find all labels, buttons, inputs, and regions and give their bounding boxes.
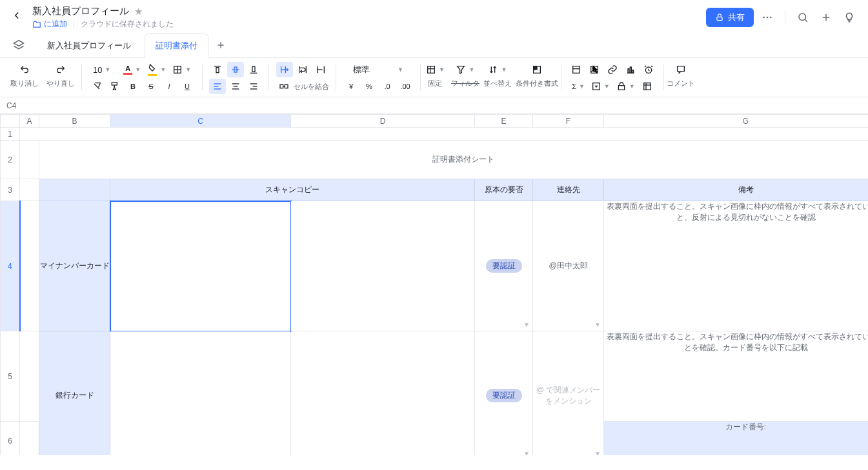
col-header-A[interactable]: A — [20, 115, 39, 128]
add-to-button[interactable]: に追加 — [32, 19, 67, 30]
plus-icon[interactable] — [816, 8, 836, 27]
freeze-button[interactable]: ▼ — [423, 62, 447, 77]
back-button[interactable] — [9, 8, 25, 23]
sort-button[interactable]: ▼ — [485, 62, 509, 77]
contact-cell-bank[interactable]: @ で関連メンバーをメンション ▼ — [533, 331, 604, 456]
wrap-overflow-button[interactable] — [276, 62, 293, 77]
valign-bottom-button[interactable] — [245, 62, 262, 77]
row-header-6[interactable]: 6 — [1, 422, 20, 456]
pivot-button[interactable] — [639, 79, 656, 94]
percent-button[interactable]: % — [361, 79, 378, 94]
merge-button[interactable] — [276, 79, 292, 94]
cell[interactable] — [20, 179, 39, 201]
doc-title[interactable]: 新入社員プロフィール — [32, 5, 129, 17]
data-validation-button[interactable]: ▼ — [614, 79, 638, 94]
row-header-5[interactable]: 5 — [1, 331, 20, 422]
format-painter-button[interactable] — [106, 79, 123, 94]
cell[interactable] — [20, 331, 39, 422]
valign-middle-button[interactable] — [227, 62, 244, 77]
more-icon[interactable] — [758, 8, 777, 27]
row-header-4[interactable]: 4 — [1, 201, 20, 331]
col-header-C[interactable]: C — [110, 115, 291, 128]
font-size-select[interactable]: 10▼ — [90, 62, 113, 77]
header-original[interactable]: 原本の要否 — [475, 179, 533, 201]
insert-dropdown-button[interactable]: ▼ — [589, 79, 612, 94]
insert-checkbox-button[interactable] — [568, 62, 585, 77]
scan-cell-bank[interactable] — [110, 331, 291, 456]
col-header-F[interactable]: F — [533, 115, 604, 128]
comment-button[interactable] — [672, 62, 689, 77]
contact-cell-mynumber[interactable]: @田中太郎 ▼ — [533, 201, 604, 331]
row-label-bank[interactable]: 銀行カード — [39, 331, 110, 456]
filter-button[interactable]: ▼ — [453, 62, 477, 77]
name-box[interactable]: C4 — [6, 101, 16, 110]
tab-profile[interactable]: 新入社員プロフィール — [36, 34, 142, 58]
col-header-G[interactable]: G — [604, 115, 869, 128]
valign-top-button[interactable] — [209, 62, 226, 77]
redo-button[interactable] — [52, 62, 69, 77]
border-button[interactable]: ▼ — [170, 62, 194, 77]
dropdown-icon[interactable]: ▼ — [594, 450, 601, 455]
tab-certificates[interactable]: 証明書添付 — [145, 34, 208, 58]
dropdown-icon[interactable]: ▼ — [523, 321, 530, 328]
scan-cell-2-mynumber[interactable] — [291, 201, 475, 331]
insert-reminder-button[interactable] — [640, 62, 657, 77]
remarks-cell-bank[interactable]: 表裏両面を提出すること。スキャン画像に枠内の情報がすべて表示されていることを確認… — [604, 331, 869, 422]
cell[interactable] — [20, 141, 39, 179]
header-contact[interactable]: 連絡先 — [533, 179, 604, 201]
formula-button[interactable]: Σ▼ — [569, 79, 587, 94]
underline-button[interactable]: U — [179, 79, 196, 94]
bulb-icon[interactable] — [840, 8, 859, 27]
cell[interactable] — [20, 128, 869, 141]
original-cell-bank[interactable]: 要認証 ▼ — [475, 331, 533, 456]
row-label-mynumber[interactable]: マイナンバーカード — [39, 201, 110, 331]
svg-rect-0 — [717, 17, 722, 20]
add-tab-button[interactable] — [211, 35, 230, 55]
header-scan[interactable]: スキャンコピー — [110, 179, 475, 201]
header-label-blank[interactable] — [39, 179, 110, 201]
share-button[interactable]: 共有 — [706, 8, 754, 27]
wrap-clip-button[interactable] — [312, 62, 329, 77]
layers-icon[interactable] — [9, 35, 28, 55]
remarks-cell-mynumber[interactable]: 表裏両面を提出すること。スキャン画像に枠内の情報がすべて表示されていること、反射… — [604, 201, 869, 331]
align-center-button[interactable] — [227, 79, 244, 94]
insert-image-button[interactable] — [586, 62, 603, 77]
fill-color-button[interactable]: ▼ — [145, 62, 168, 77]
row-header-1[interactable]: 1 — [1, 128, 20, 141]
undo-button[interactable] — [16, 62, 33, 77]
corner-cell[interactable] — [1, 115, 20, 128]
italic-button[interactable]: I — [161, 79, 177, 94]
clear-format-button[interactable] — [88, 79, 105, 94]
scan-cell-2-bank[interactable] — [291, 331, 475, 456]
scan-cell-mynumber[interactable] — [110, 201, 291, 331]
col-header-E[interactable]: E — [475, 115, 533, 128]
col-header-B[interactable]: B — [39, 115, 110, 128]
strike-button[interactable]: S — [143, 79, 159, 94]
sheet-title[interactable]: 証明書添付シート — [39, 141, 869, 179]
insert-chart-button[interactable] — [622, 62, 639, 77]
align-right-button[interactable] — [245, 79, 262, 94]
cell[interactable] — [20, 422, 39, 456]
wrap-wrap-button[interactable] — [294, 62, 311, 77]
card-number-cell[interactable]: カード番号: — [604, 422, 869, 456]
cell[interactable] — [20, 201, 39, 331]
row-header-2[interactable]: 2 — [1, 141, 20, 179]
dropdown-icon[interactable]: ▼ — [594, 321, 601, 328]
original-cell-mynumber[interactable]: 要認証 ▼ — [475, 201, 533, 331]
search-icon[interactable] — [793, 8, 812, 27]
text-color-button[interactable]: A▼ — [121, 62, 143, 77]
insert-link-button[interactable] — [604, 62, 621, 77]
header-remarks[interactable]: 備考 — [604, 179, 869, 201]
currency-button[interactable]: ¥ — [343, 79, 359, 94]
bold-button[interactable]: B — [125, 79, 141, 94]
col-header-D[interactable]: D — [291, 115, 475, 128]
increase-decimal-button[interactable]: .00 — [397, 79, 414, 94]
decrease-decimal-button[interactable]: .0 — [379, 79, 396, 94]
number-format-select[interactable]: 標準▼ — [349, 62, 407, 77]
align-left-button[interactable] — [209, 79, 226, 94]
row-header-3[interactable]: 3 — [1, 179, 20, 201]
dropdown-icon[interactable]: ▼ — [523, 450, 530, 455]
star-icon[interactable]: ★ — [134, 6, 143, 17]
svg-point-50 — [592, 68, 594, 70]
cond-format-button[interactable] — [529, 62, 545, 77]
